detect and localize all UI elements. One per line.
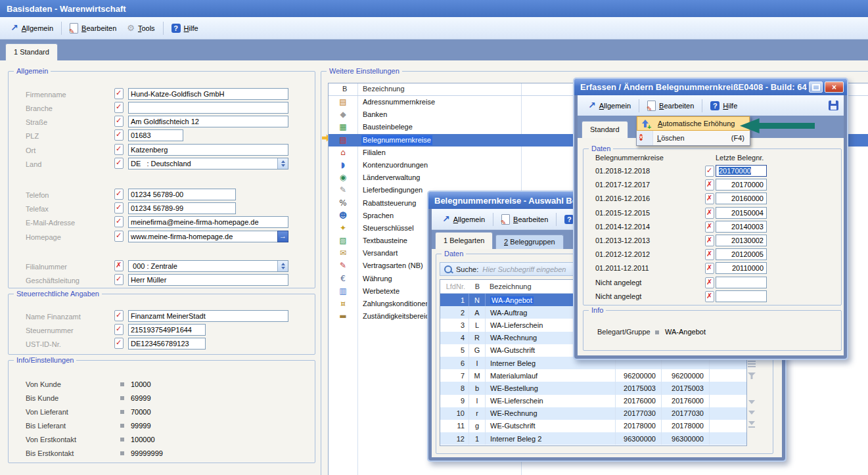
scroll-to-end-icon[interactable] (748, 421, 755, 425)
menubar-item-hilfe[interactable]: ?Hilfe (705, 99, 742, 112)
arrow-ne-icon: ↗ (11, 24, 18, 32)
letzte-belegnr-input[interactable]: 20170000 (716, 165, 767, 177)
filter-icon[interactable] (748, 373, 756, 379)
search-input[interactable]: Hier Suchbegriff eingeben (482, 265, 566, 273)
tab-belegarten[interactable]: 1 Belegarten (435, 232, 493, 249)
field-input-homepage[interactable]: www.meine-firma-homepage.de (128, 231, 288, 242)
field-input-filialnummer[interactable]: 000 : Zentrale (128, 260, 288, 272)
check-doc-icon (114, 216, 124, 227)
settings-row-label: Banken (363, 110, 387, 120)
field-input-branche[interactable] (128, 102, 288, 114)
letzte-belegnr-input[interactable]: 20160000 (716, 192, 767, 204)
menu-item-l-schen[interactable]: ×Löschen(F4) (637, 131, 750, 145)
field-input-gesch-ftsleitung[interactable]: Herr Müller (128, 274, 288, 286)
cell-lfdnr: 8 (440, 382, 469, 394)
tab-standard-edit[interactable]: Standard (582, 121, 628, 138)
belegart-row-materialumlauf[interactable]: 7MMaterialumlauf9620000096200000 (440, 369, 746, 382)
search-icon (444, 265, 452, 273)
field-label-telefax: Telefax (26, 203, 49, 215)
menubar-item-label: Hilfe (184, 24, 198, 32)
letzte-belegnr-input[interactable] (716, 277, 767, 288)
range-label: Nicht angelegt (595, 292, 641, 300)
spinner-button[interactable] (277, 261, 288, 271)
minimize-button[interactable] (809, 81, 823, 93)
scroll-down-icon[interactable] (748, 400, 755, 404)
field-input-telefon[interactable]: 01234 56789-00 (128, 189, 236, 200)
cell-empty (710, 382, 746, 394)
close-button[interactable]: × (825, 81, 844, 93)
cell-nummer-2: 96200000 (662, 369, 710, 382)
field-input-land[interactable]: DE : Deutschland (128, 158, 288, 170)
letzte-belegnr-input[interactable]: 20120005 (716, 248, 767, 260)
cell-b: I (469, 357, 486, 369)
menubar-item-bearbeiten[interactable]: Bearbeiten (642, 99, 699, 113)
arrow-stem (644, 123, 647, 127)
letzte-belegnr-input[interactable] (716, 290, 767, 302)
letzte-belegnr-input[interactable]: 20140003 (716, 221, 767, 233)
help-icon: ? (171, 24, 181, 33)
group-steuerrechtliche-angaben: Steuerrechtliche Angaben Name FinanzamtF… (8, 294, 315, 355)
cell-bezeichnung: Materialumlauf (486, 369, 616, 382)
group-info-edit-title: Info (589, 305, 606, 315)
menubar-item-bearbeiten[interactable]: Bearbeiten (496, 212, 553, 227)
field-input-ust-id-nr[interactable]: DE123456789123 (128, 338, 206, 350)
main-window-title: Basisdaten - Warenwirtschaft (7, 4, 126, 14)
tab-standard[interactable]: 1 Standard (5, 43, 58, 60)
main-menubar: ↗AllgemeinBearbeiten⚙Tools?Hilfe (0, 17, 868, 39)
belegart-row-we-rechnung[interactable]: 10rWE-Rechnung2017703020177030 (440, 407, 746, 420)
belegart-row-we-gutschrift[interactable]: 11gWE-Gutschrift2017800020178000 (440, 420, 746, 432)
letzte-belegnr-input[interactable]: 20150004 (716, 207, 767, 219)
spinner-button[interactable] (277, 158, 288, 169)
menubar-item-allgemein[interactable]: ↗Allgemein (5, 22, 58, 34)
letzte-belegnr-input[interactable]: 20170000 (716, 179, 767, 191)
menubar-item-hilfe[interactable]: ?Hilfe (166, 22, 204, 35)
letzte-belegnr-input[interactable]: 20110000 (716, 262, 767, 274)
belegart-row-interner-beleg-2[interactable]: 121Interner Beleg 29630000096300000 (440, 432, 746, 445)
plus-badge: + (647, 124, 651, 131)
x-doc-icon (114, 260, 124, 271)
field-input-e-mail-adresse[interactable]: meinefirma@meine-firma-homepage.de (128, 216, 288, 228)
field-input-name-finanzamt[interactable]: Finanzamt MeinerStadt (128, 310, 288, 322)
save-icon[interactable] (829, 101, 838, 110)
cell-nummer-2: 20177030 (662, 407, 710, 420)
menubar-item-label: Tools (138, 24, 155, 32)
range-label: 01.2018-12.2018 (595, 167, 650, 175)
cell-lfdnr: 7 (440, 369, 469, 382)
field-input-ort[interactable]: Katzenberg (128, 144, 288, 156)
selection-dialog-title: Belegnummernkreise - Auswahl Bele (434, 196, 584, 206)
column-header-letzte-belegnr: Letzte Belegnr. (716, 153, 764, 162)
info-value-bis-erstkontakt: 99999999 (131, 449, 163, 458)
letzte-belegnr-input[interactable]: 20130002 (716, 235, 767, 246)
info-value-von-kunde: 10000 (131, 380, 151, 389)
page-down-icon[interactable] (748, 411, 755, 415)
cell-bezeichnung: Interner Beleg 2 (486, 432, 616, 445)
belegart-row-we-bestellung[interactable]: 8bWE-Bestellung2017500320175003 (440, 382, 746, 394)
belegart-row-we-lieferschein[interactable]: 9lWE-Lieferschein2017600020176000 (440, 395, 746, 407)
menubar-item-allgemein[interactable]: ↗Allgemein (583, 99, 636, 112)
field-input-stra-e[interactable]: Am Goldfischteich 12 (128, 116, 288, 127)
cell-bezeichnung: WE-Bestellung (486, 382, 616, 394)
menubar-item-allgemein[interactable]: ↗Allgemein (437, 213, 490, 225)
menu-item-automatische-erh-hung[interactable]: +Automatische Erhöhung (637, 116, 750, 131)
cell-lfdnr: 10 (440, 407, 469, 420)
nummernkreis-row-10: Nicht angelegt (583, 290, 841, 304)
cell-lfdnr: 4 (440, 332, 469, 344)
open-homepage-button[interactable]: → (277, 231, 288, 242)
menubar-item-tools[interactable]: ⚙Tools (122, 22, 160, 34)
menubar-item-bearbeiten[interactable]: Bearbeiten (64, 21, 122, 35)
tab-beleggruppen[interactable]: 2 Beleggruppen (495, 235, 564, 249)
field-input-firmenname[interactable]: Hund-Katze-Goldfisch GmbH (128, 88, 288, 100)
field-input-steuernummer[interactable]: 2151937549P1644 (128, 324, 206, 336)
field-input-plz[interactable]: 01683 (128, 129, 183, 141)
x-doc-icon (705, 291, 714, 302)
cell-b: A (469, 306, 486, 319)
nummernkreis-row-4: 01.2015-12.201520150004 (583, 207, 841, 220)
group-weitere-title: Weitere Einstellungen (327, 66, 402, 76)
spinner-down-icon (281, 267, 285, 269)
cell-nummer-1: 20175003 (616, 382, 662, 394)
list-options-icon[interactable] (748, 359, 756, 369)
edit-dialog-menubar: ↗AllgemeinBearbeiten?Hilfe (578, 95, 844, 116)
field-input-telefax[interactable]: 01234 56789-99 (128, 202, 236, 214)
settings-row-label: Textbausteine (363, 236, 407, 246)
settings-row-label: Steuerschlüssel (363, 223, 414, 233)
